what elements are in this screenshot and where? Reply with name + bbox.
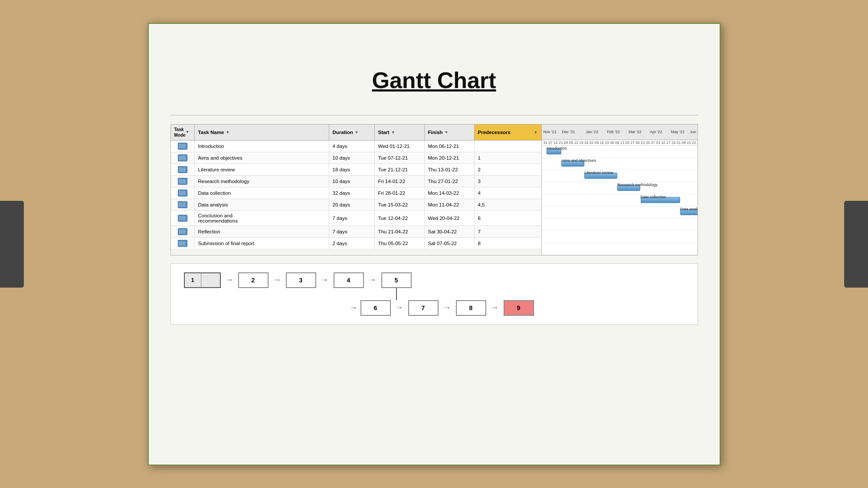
cell-mode-5 [171, 199, 195, 210]
mode-sort-icon: ▼ [186, 130, 190, 135]
cell-start-4: Fri 28-01-22 [375, 187, 425, 199]
duration-sort-icon: ▼ [355, 130, 359, 134]
arrow-3-4: → [316, 276, 334, 285]
gantt-table: TaskMode ▼ Task Name ▼ Duration ▼ Start … [171, 124, 542, 255]
cell-pred-2: 2 [475, 164, 541, 175]
cell-mode-0 [171, 141, 195, 152]
network-node-3: 3 [286, 272, 316, 288]
network-connectors [184, 288, 685, 300]
gantt-bar-row-0: Introduction [542, 146, 698, 158]
cell-duration-7: 7 days [329, 226, 375, 237]
col-header-name: Task Name ▼ [195, 124, 329, 140]
cell-finish-7: Sat 30-04-22 [425, 226, 475, 237]
cell-name-5: Data analysis [195, 199, 329, 210]
cell-start-8: Thu 05-05-22 [375, 238, 425, 249]
cell-mode-7 [171, 226, 195, 237]
cell-mode-4 [171, 187, 195, 199]
table-row: Submission of final report 2 days Thu 05… [171, 238, 541, 249]
arrow-1-2: → [221, 276, 238, 285]
cell-mode-1 [171, 152, 195, 164]
cell-finish-8: Sat 07-05-22 [425, 238, 475, 249]
cell-pred-4: 4 [475, 187, 541, 199]
cell-name-4: Data collection [195, 187, 329, 199]
network-node-1-container: 1 [184, 272, 221, 288]
cell-name-2: Literature review [195, 164, 329, 175]
table-rows: Introduction 4 days Wed 01-12-21 Mon 06-… [171, 141, 541, 249]
node5-down-connector [381, 288, 412, 300]
page-title: Gantt Chart [170, 67, 698, 93]
network-node-5: 5 [381, 272, 412, 288]
cell-name-1: Aims and objectives [195, 152, 329, 164]
cell-finish-3: Thu 27-01-22 [425, 176, 475, 187]
cell-start-1: Tue 07-12-21 [375, 152, 425, 164]
cell-name-8: Submission of final report [195, 238, 329, 249]
gantt-bar-label-3: Research methodology [617, 183, 658, 187]
arrow-2-3: → [269, 276, 286, 285]
cell-pred-6: 6 [475, 211, 541, 226]
cell-start-0: Wed 01-12-21 [375, 141, 425, 152]
cell-duration-8: 2 days [329, 238, 375, 249]
network-node-2: 2 [238, 272, 269, 288]
table-row: Conclusion andrecommendations 7 days Tue… [171, 211, 541, 226]
network-row-1: 1 → 2 → 3 → 4 → 5 [184, 272, 685, 288]
col-header-finish: Finish ▼ [425, 124, 475, 140]
col-header-predecessors: Predecessors ▼ [475, 124, 541, 140]
cell-mode-3 [171, 176, 195, 187]
right-decoration [844, 201, 868, 288]
cell-start-7: Thu 21-04-22 [375, 226, 425, 237]
cell-finish-2: Thu 13-01-22 [425, 164, 475, 175]
name-sort-icon: ▼ [226, 130, 229, 134]
cell-duration-5: 20 days [329, 199, 375, 210]
arrow-4-5: → [364, 276, 381, 285]
cell-pred-1: 1 [475, 152, 541, 164]
finish-sort-icon: ▼ [444, 130, 448, 134]
cell-pred-8: 8 [475, 238, 541, 249]
table-row: Literature review 18 days Tue 21-12-21 T… [171, 164, 541, 176]
cell-duration-0: 4 days [329, 141, 375, 152]
network-row-2: → 6 → 7 → 8 → 9 [347, 300, 685, 316]
cell-name-3: Research methodology [195, 176, 329, 187]
gantt-chart: Nov '21 Dec '21 Jan '22 Feb '22 Mar '22 … [542, 124, 698, 255]
gantt-bar-row-7: Reflection [542, 231, 698, 243]
cell-finish-6: Wed 20-04-22 [425, 211, 475, 226]
network-node-9: 9 [504, 300, 534, 316]
cell-start-3: Fri 14-01-22 [375, 176, 425, 187]
gantt-bar-label-4: Data collection [641, 195, 666, 199]
cell-duration-3: 10 days [329, 176, 375, 187]
start-sort-icon: ▼ [391, 130, 395, 134]
arrow-8-9: → [486, 304, 504, 312]
cell-duration-2: 18 days [329, 164, 375, 175]
gantt-bar-row-5: Data analysis [542, 206, 698, 219]
network-node-7: 7 [408, 300, 439, 316]
cell-name-0: Introduction [195, 141, 329, 152]
network-node-1: 1 [184, 272, 221, 288]
network-node-8: 8 [456, 300, 486, 316]
cell-pred-0 [475, 141, 541, 152]
gantt-date-row: 31 07 14 21 28 05 12 19 26 02 09 16 23 3… [542, 140, 698, 146]
gantt-bar-row-4: Data collection [542, 194, 698, 206]
arrow-7-8: → [439, 304, 456, 312]
cell-finish-5: Mon 11-04-22 [425, 199, 475, 210]
title-divider [170, 115, 698, 115]
left-decoration [0, 201, 24, 288]
cell-name-7: Reflection [195, 226, 329, 237]
gantt-bar-label-1: Aims and objectives [561, 158, 596, 163]
cell-pred-7: 7 [475, 226, 541, 237]
cell-duration-6: 7 days [329, 211, 375, 226]
gantt-timeline-header: Nov '21 Dec '21 Jan '22 Feb '22 Mar '22 … [542, 124, 698, 140]
cell-mode-8 [171, 238, 195, 249]
gantt-container: TaskMode ▼ Task Name ▼ Duration ▼ Start … [170, 124, 698, 255]
col-header-start: Start ▼ [375, 124, 425, 140]
table-row: Introduction 4 days Wed 01-12-21 Mon 06-… [171, 141, 541, 152]
network-node-4: 4 [334, 272, 364, 288]
gantt-bar-row-8: Submission of final report [542, 243, 698, 255]
arrow-6-7: → [391, 304, 408, 312]
table-row: Reflection 7 days Thu 21-04-22 Sat 30-04… [171, 226, 541, 238]
cell-duration-4: 32 days [329, 187, 375, 199]
col-header-mode: TaskMode ▼ [171, 124, 195, 140]
table-row: Data analysis 20 days Tue 15-03-22 Mon 1… [171, 199, 541, 211]
gantt-bar-row-1: Aims and objectives [542, 158, 698, 170]
gantt-bar-label-5: Data analysis [680, 207, 698, 211]
network-diagram: 1 → 2 → 3 → 4 → 5 [170, 263, 698, 325]
gantt-bar-row-2: Literature review [542, 170, 698, 182]
